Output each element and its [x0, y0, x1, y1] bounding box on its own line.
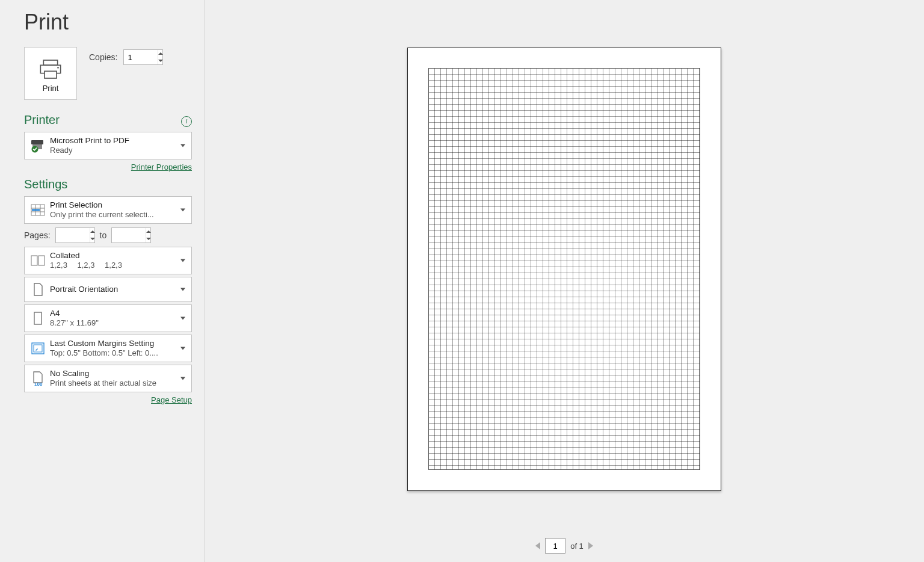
chevron-down-icon [180, 288, 185, 291]
paper-size-dropdown[interactable]: A4 8.27" x 11.69" [24, 304, 192, 332]
page-count-label: of 1 [570, 542, 584, 551]
svg-rect-4 [31, 140, 43, 144]
scaling-icon-number: 100 [34, 381, 43, 386]
orientation-dropdown[interactable]: Portrait Orientation [24, 277, 192, 302]
printer-status: Ready [50, 146, 178, 156]
pages-to-down-icon[interactable] [146, 238, 151, 240]
copies-input[interactable] [124, 50, 158, 64]
chevron-down-icon [180, 347, 185, 350]
print-what-sub: Only print the current selecti... [50, 210, 178, 220]
orientation-title: Portrait Orientation [50, 284, 178, 295]
copies-up-icon[interactable] [158, 52, 163, 55]
chevron-down-icon [180, 317, 185, 320]
pages-from-down-icon[interactable] [90, 238, 95, 240]
pages-label: Pages: [24, 230, 51, 240]
svg-rect-14 [38, 256, 45, 265]
printer-properties-link[interactable]: Printer Properties [131, 162, 192, 171]
copies-down-icon[interactable] [158, 60, 163, 62]
svg-rect-15 [34, 312, 42, 324]
next-page-icon[interactable] [588, 542, 593, 549]
scaling-icon: 100 [28, 371, 48, 386]
pages-to-input[interactable] [112, 228, 146, 242]
margins-dropdown[interactable]: Last Custom Margins Setting Top: 0.5" Bo… [24, 335, 192, 362]
printer-icon [38, 58, 63, 80]
page-setup-link[interactable]: Page Setup [151, 395, 192, 404]
printer-section-title: Printer [24, 113, 60, 127]
collate-dropdown[interactable]: Collated 1,2,3 1,2,3 1,2,3 [24, 247, 192, 274]
chevron-down-icon [180, 377, 185, 380]
margins-icon [28, 342, 48, 355]
pages-from-stepper[interactable] [55, 227, 95, 243]
collate-title: Collated [50, 250, 178, 261]
margins-title: Last Custom Margins Setting [50, 338, 178, 349]
paper-title: A4 [50, 308, 178, 319]
svg-rect-13 [31, 256, 37, 265]
portrait-icon [28, 282, 48, 297]
print-button[interactable]: Print [24, 47, 77, 100]
printer-dropdown[interactable]: Microsoft Print to PDF Ready [24, 132, 192, 159]
page-title: Print [24, 10, 192, 35]
print-selection-icon [28, 204, 48, 216]
page-icon [28, 311, 48, 326]
margins-sub: Top: 0.5" Bottom: 0.5" Left: 0.... [50, 348, 178, 359]
current-page-input[interactable] [545, 538, 565, 554]
page-navigator: of 1 [205, 538, 924, 554]
svg-point-3 [57, 67, 59, 69]
info-icon[interactable]: i [181, 116, 192, 127]
scaling-title: No Scaling [50, 368, 178, 379]
svg-rect-2 [45, 71, 57, 78]
chevron-down-icon [180, 144, 185, 147]
print-what-title: Print Selection [50, 200, 178, 211]
collate-sub: 1,2,3 1,2,3 1,2,3 [50, 261, 178, 271]
pages-from-input[interactable] [56, 228, 90, 242]
scaling-sub: Print sheets at their actual size [50, 378, 178, 389]
paper-sub: 8.27" x 11.69" [50, 318, 178, 329]
collate-icon [28, 255, 48, 267]
pages-from-up-icon[interactable] [90, 230, 95, 233]
preview-page [407, 48, 721, 491]
preview-content-grid [428, 68, 700, 470]
copies-stepper[interactable] [123, 49, 163, 65]
pages-to-up-icon[interactable] [146, 230, 151, 233]
printer-status-icon [28, 138, 48, 153]
chevron-down-icon [180, 259, 185, 262]
svg-rect-17 [34, 345, 42, 352]
chevron-down-icon [180, 209, 185, 212]
svg-rect-12 [32, 209, 40, 211]
svg-rect-0 [43, 60, 57, 65]
print-preview: of 1 [205, 0, 924, 562]
prev-page-icon[interactable] [535, 542, 540, 549]
copies-label: Copies: [89, 52, 117, 62]
pages-to-stepper[interactable] [111, 227, 151, 243]
pages-to-label: to [100, 230, 107, 240]
printer-name: Microsoft Print to PDF [50, 135, 178, 146]
print-button-label: Print [43, 84, 59, 93]
settings-section-title: Settings [24, 178, 192, 191]
scaling-dropdown[interactable]: 100 No Scaling Print sheets at their act… [24, 365, 192, 392]
print-what-dropdown[interactable]: Print Selection Only print the current s… [24, 196, 192, 224]
